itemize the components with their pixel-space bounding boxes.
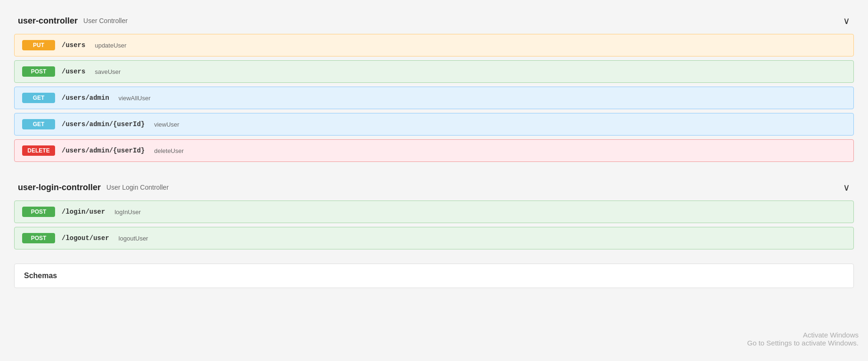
endpoint-operation: viewAllUser — [119, 95, 151, 102]
endpoint-operation: deleteUser — [154, 147, 184, 154]
endpoint-row[interactable]: GET/users/admin/{userId}viewUser — [14, 113, 854, 136]
watermark-line2: Go to Settings to activate Windows. — [747, 339, 859, 347]
endpoint-path: /users/admin/{userId} — [62, 147, 145, 154]
endpoint-path: /login/user — [62, 208, 105, 216]
controller-title-group: user-controllerUser Controller — [18, 16, 128, 26]
controller-name: user-login-controller — [18, 183, 101, 193]
endpoint-path: /users — [62, 68, 85, 75]
endpoint-operation: logInUser — [114, 209, 141, 216]
method-badge-get: GET — [22, 119, 55, 129]
controller-header-user-login-controller[interactable]: user-login-controllerUser Login Controll… — [14, 176, 854, 199]
endpoint-row[interactable]: POST/login/userlogInUser — [14, 201, 854, 223]
endpoint-path: /users/admin/{userId} — [62, 120, 145, 128]
controller-section-user-login-controller: user-login-controllerUser Login Controll… — [14, 176, 854, 249]
endpoint-list: POST/login/userlogInUserPOST/logout/user… — [14, 201, 854, 249]
method-badge-put: PUT — [22, 40, 55, 50]
watermark-line1: Activate Windows — [747, 331, 859, 339]
controller-name: user-controller — [18, 16, 78, 26]
chevron-down-icon[interactable]: ∨ — [843, 182, 850, 193]
schemas-header[interactable]: Schemas — [15, 264, 853, 288]
endpoint-row[interactable]: DELETE/users/admin/{userId}deleteUser — [14, 139, 854, 162]
endpoint-operation: logoutUser — [119, 235, 148, 242]
method-badge-get: GET — [22, 93, 55, 103]
method-badge-post: POST — [22, 207, 55, 217]
page-container: user-controllerUser Controller∨PUT/users… — [0, 0, 868, 297]
controller-description: User Login Controller — [106, 184, 169, 191]
endpoint-row[interactable]: POST/logout/userlogoutUser — [14, 227, 854, 249]
schemas-section: Schemas — [14, 264, 854, 288]
endpoint-path: /logout/user — [62, 234, 109, 242]
method-badge-post: POST — [22, 233, 55, 243]
endpoint-path: /users/admin — [62, 94, 109, 102]
method-badge-post: POST — [22, 66, 55, 77]
chevron-down-icon[interactable]: ∨ — [843, 15, 850, 26]
controller-title-group: user-login-controllerUser Login Controll… — [18, 183, 169, 193]
controller-header-user-controller[interactable]: user-controllerUser Controller∨ — [14, 9, 854, 32]
method-badge-delete: DELETE — [22, 145, 55, 156]
windows-watermark: Activate Windows Go to Settings to activ… — [747, 331, 859, 347]
endpoint-operation: updateUser — [95, 42, 126, 49]
endpoint-operation: viewUser — [154, 121, 179, 128]
endpoint-row[interactable]: GET/users/adminviewAllUser — [14, 87, 854, 109]
endpoint-row[interactable]: PUT/usersupdateUser — [14, 34, 854, 56]
endpoint-row[interactable]: POST/userssaveUser — [14, 60, 854, 83]
endpoint-list: PUT/usersupdateUserPOST/userssaveUserGET… — [14, 34, 854, 162]
endpoint-operation: saveUser — [95, 68, 121, 75]
controller-section-user-controller: user-controllerUser Controller∨PUT/users… — [14, 9, 854, 162]
endpoint-path: /users — [62, 41, 85, 49]
controller-description: User Controller — [83, 17, 128, 24]
